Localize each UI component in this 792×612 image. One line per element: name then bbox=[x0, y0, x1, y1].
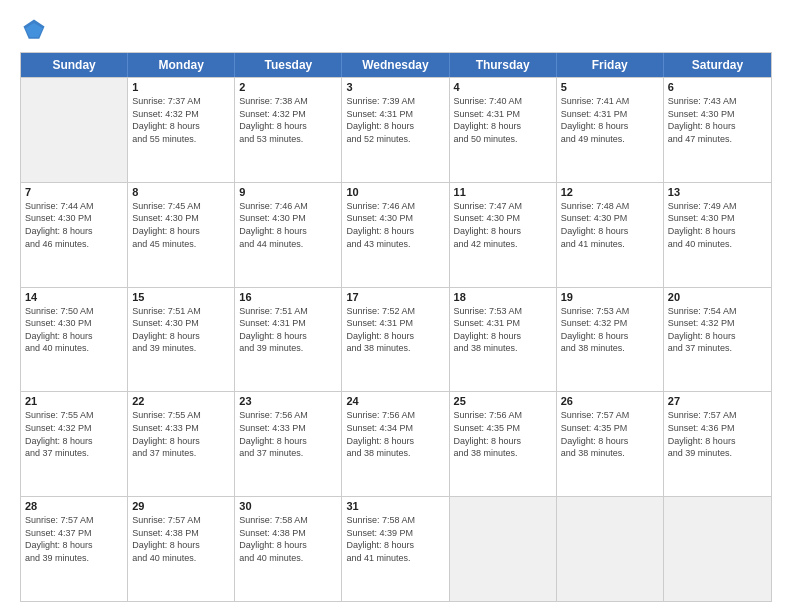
cell-info-line: Sunrise: 7:48 AM bbox=[561, 200, 659, 213]
calendar-cell-2-4: 10Sunrise: 7:46 AMSunset: 4:30 PMDayligh… bbox=[342, 183, 449, 287]
header-day-thursday: Thursday bbox=[450, 53, 557, 77]
cell-info-line: and 40 minutes. bbox=[132, 552, 230, 565]
calendar-cell-1-1 bbox=[21, 78, 128, 182]
day-number: 14 bbox=[25, 291, 123, 303]
cell-info-line: Sunrise: 7:57 AM bbox=[561, 409, 659, 422]
cell-info-line: and 41 minutes. bbox=[561, 238, 659, 251]
cell-info-line: Daylight: 8 hours bbox=[239, 225, 337, 238]
cell-info-line: Daylight: 8 hours bbox=[25, 330, 123, 343]
calendar-row-1: 1Sunrise: 7:37 AMSunset: 4:32 PMDaylight… bbox=[21, 77, 771, 182]
cell-info-line: Daylight: 8 hours bbox=[346, 330, 444, 343]
day-number: 22 bbox=[132, 395, 230, 407]
cell-info-line: Sunrise: 7:58 AM bbox=[239, 514, 337, 527]
cell-info-line: Sunrise: 7:53 AM bbox=[454, 305, 552, 318]
cell-info-line: Sunset: 4:33 PM bbox=[239, 422, 337, 435]
day-number: 31 bbox=[346, 500, 444, 512]
cell-info-line: Sunset: 4:35 PM bbox=[561, 422, 659, 435]
cell-info-line: Daylight: 8 hours bbox=[346, 435, 444, 448]
calendar-cell-5-7 bbox=[664, 497, 771, 601]
calendar-cell-1-5: 4Sunrise: 7:40 AMSunset: 4:31 PMDaylight… bbox=[450, 78, 557, 182]
cell-info-line: Sunset: 4:35 PM bbox=[454, 422, 552, 435]
cell-info-line: Sunrise: 7:58 AM bbox=[346, 514, 444, 527]
calendar-row-5: 28Sunrise: 7:57 AMSunset: 4:37 PMDayligh… bbox=[21, 496, 771, 601]
cell-info-line: and 52 minutes. bbox=[346, 133, 444, 146]
calendar-cell-2-1: 7Sunrise: 7:44 AMSunset: 4:30 PMDaylight… bbox=[21, 183, 128, 287]
day-number: 11 bbox=[454, 186, 552, 198]
cell-info-line: Sunset: 4:31 PM bbox=[561, 108, 659, 121]
cell-info-line: Sunrise: 7:50 AM bbox=[25, 305, 123, 318]
day-number: 8 bbox=[132, 186, 230, 198]
cell-info-line: Sunset: 4:34 PM bbox=[346, 422, 444, 435]
calendar-header: SundayMondayTuesdayWednesdayThursdayFrid… bbox=[21, 53, 771, 77]
cell-info-line: and 40 minutes. bbox=[668, 238, 767, 251]
cell-info-line: and 40 minutes. bbox=[239, 552, 337, 565]
cell-info-line: Sunset: 4:32 PM bbox=[132, 108, 230, 121]
cell-info-line: Daylight: 8 hours bbox=[561, 435, 659, 448]
calendar-row-2: 7Sunrise: 7:44 AMSunset: 4:30 PMDaylight… bbox=[21, 182, 771, 287]
day-number: 17 bbox=[346, 291, 444, 303]
header-day-wednesday: Wednesday bbox=[342, 53, 449, 77]
cell-info-line: Sunset: 4:32 PM bbox=[561, 317, 659, 330]
cell-info-line: Sunset: 4:31 PM bbox=[346, 108, 444, 121]
cell-info-line: Sunrise: 7:54 AM bbox=[668, 305, 767, 318]
day-number: 6 bbox=[668, 81, 767, 93]
logo-icon bbox=[20, 16, 48, 44]
page: SundayMondayTuesdayWednesdayThursdayFrid… bbox=[0, 0, 792, 612]
cell-info-line: Sunset: 4:30 PM bbox=[25, 212, 123, 225]
calendar-cell-4-1: 21Sunrise: 7:55 AMSunset: 4:32 PMDayligh… bbox=[21, 392, 128, 496]
calendar-cell-5-5 bbox=[450, 497, 557, 601]
calendar-body: 1Sunrise: 7:37 AMSunset: 4:32 PMDaylight… bbox=[21, 77, 771, 601]
cell-info-line: Daylight: 8 hours bbox=[561, 330, 659, 343]
cell-info-line: Sunrise: 7:55 AM bbox=[25, 409, 123, 422]
cell-info-line: Sunset: 4:31 PM bbox=[239, 317, 337, 330]
day-number: 16 bbox=[239, 291, 337, 303]
header-day-saturday: Saturday bbox=[664, 53, 771, 77]
calendar-cell-4-2: 22Sunrise: 7:55 AMSunset: 4:33 PMDayligh… bbox=[128, 392, 235, 496]
cell-info-line: Sunset: 4:30 PM bbox=[668, 212, 767, 225]
cell-info-line: and 50 minutes. bbox=[454, 133, 552, 146]
calendar-cell-5-6 bbox=[557, 497, 664, 601]
cell-info-line: Sunrise: 7:57 AM bbox=[25, 514, 123, 527]
cell-info-line: Daylight: 8 hours bbox=[25, 435, 123, 448]
cell-info-line: Sunset: 4:31 PM bbox=[346, 317, 444, 330]
cell-info-line: and 37 minutes. bbox=[25, 447, 123, 460]
cell-info-line: Sunset: 4:37 PM bbox=[25, 527, 123, 540]
cell-info-line: Sunset: 4:30 PM bbox=[132, 212, 230, 225]
calendar-cell-2-6: 12Sunrise: 7:48 AMSunset: 4:30 PMDayligh… bbox=[557, 183, 664, 287]
cell-info-line: Daylight: 8 hours bbox=[454, 330, 552, 343]
calendar-cell-1-6: 5Sunrise: 7:41 AMSunset: 4:31 PMDaylight… bbox=[557, 78, 664, 182]
cell-info-line: Daylight: 8 hours bbox=[25, 539, 123, 552]
cell-info-line: and 38 minutes. bbox=[561, 342, 659, 355]
cell-info-line: Sunset: 4:30 PM bbox=[25, 317, 123, 330]
cell-info-line: and 55 minutes. bbox=[132, 133, 230, 146]
calendar-cell-5-4: 31Sunrise: 7:58 AMSunset: 4:39 PMDayligh… bbox=[342, 497, 449, 601]
day-number: 25 bbox=[454, 395, 552, 407]
calendar-cell-1-4: 3Sunrise: 7:39 AMSunset: 4:31 PMDaylight… bbox=[342, 78, 449, 182]
calendar-cell-5-3: 30Sunrise: 7:58 AMSunset: 4:38 PMDayligh… bbox=[235, 497, 342, 601]
cell-info-line: Daylight: 8 hours bbox=[561, 120, 659, 133]
cell-info-line: Sunrise: 7:55 AM bbox=[132, 409, 230, 422]
calendar-cell-3-4: 17Sunrise: 7:52 AMSunset: 4:31 PMDayligh… bbox=[342, 288, 449, 392]
cell-info-line: and 38 minutes. bbox=[454, 447, 552, 460]
cell-info-line: Sunset: 4:31 PM bbox=[454, 317, 552, 330]
cell-info-line: Sunrise: 7:37 AM bbox=[132, 95, 230, 108]
day-number: 19 bbox=[561, 291, 659, 303]
day-number: 2 bbox=[239, 81, 337, 93]
cell-info-line: Daylight: 8 hours bbox=[668, 225, 767, 238]
day-number: 21 bbox=[25, 395, 123, 407]
calendar-cell-4-7: 27Sunrise: 7:57 AMSunset: 4:36 PMDayligh… bbox=[664, 392, 771, 496]
cell-info-line: Sunset: 4:39 PM bbox=[346, 527, 444, 540]
cell-info-line: Sunrise: 7:57 AM bbox=[132, 514, 230, 527]
calendar-cell-2-7: 13Sunrise: 7:49 AMSunset: 4:30 PMDayligh… bbox=[664, 183, 771, 287]
cell-info-line: Daylight: 8 hours bbox=[561, 225, 659, 238]
calendar-cell-5-1: 28Sunrise: 7:57 AMSunset: 4:37 PMDayligh… bbox=[21, 497, 128, 601]
day-number: 27 bbox=[668, 395, 767, 407]
cell-info-line: and 38 minutes. bbox=[561, 447, 659, 460]
cell-info-line: and 37 minutes. bbox=[668, 342, 767, 355]
cell-info-line: Sunset: 4:30 PM bbox=[132, 317, 230, 330]
cell-info-line: Daylight: 8 hours bbox=[668, 120, 767, 133]
day-number: 3 bbox=[346, 81, 444, 93]
cell-info-line: Daylight: 8 hours bbox=[239, 120, 337, 133]
calendar-cell-4-5: 25Sunrise: 7:56 AMSunset: 4:35 PMDayligh… bbox=[450, 392, 557, 496]
cell-info-line: Sunrise: 7:46 AM bbox=[346, 200, 444, 213]
